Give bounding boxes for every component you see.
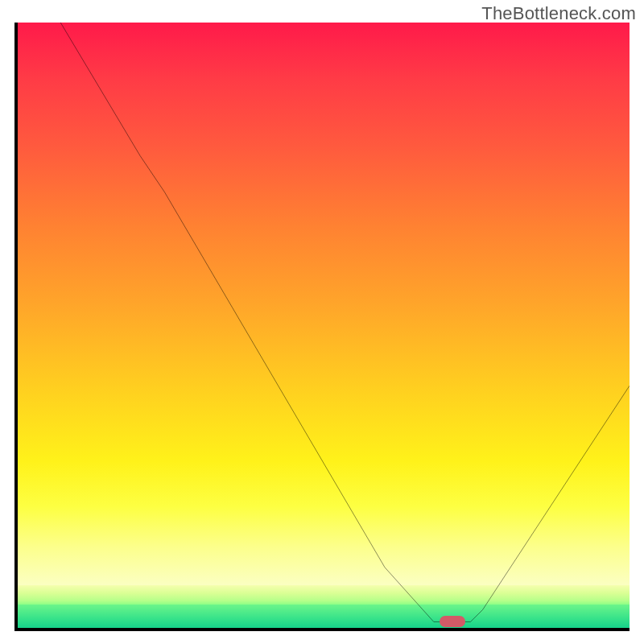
watermark-text: TheBottleneck.com [481,3,636,24]
plot-area [18,23,630,628]
optimal-marker [440,616,465,627]
bottleneck-curve [18,23,630,628]
curve-path [60,23,630,621]
plot-frame [14,23,630,631]
chart-container: TheBottleneck.com [0,0,644,644]
